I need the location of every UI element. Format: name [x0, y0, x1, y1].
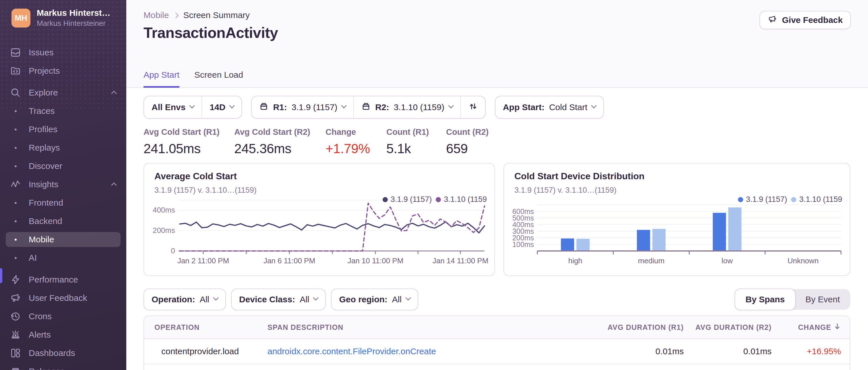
chevron-up-icon[interactable]: [111, 91, 117, 96]
env-filter-button[interactable]: All Envs: [144, 96, 202, 118]
filter-value: All: [392, 295, 402, 304]
bullet-icon: [10, 239, 21, 241]
axis-label: Jan 2 11:00 PM: [177, 257, 229, 265]
col-span-description[interactable]: SPAN DESCRIPTION: [268, 323, 580, 332]
sidebar-item-user-feedback[interactable]: User Feedback: [6, 291, 121, 305]
sidebar-section-label: Explore: [29, 88, 58, 98]
sidebar-item-releases[interactable]: Releases: [6, 364, 121, 370]
sidebar-item-mobile[interactable]: Mobile: [6, 232, 121, 247]
metric-value: 241.05ms: [144, 141, 234, 156]
chevron-down-icon: [341, 103, 347, 108]
span-filter-row: Operation: All Device Class: All Geo reg…: [144, 289, 418, 310]
sidebar-item-discover[interactable]: Discover: [6, 159, 121, 173]
sidebar-item-backend[interactable]: Backend: [6, 214, 121, 229]
avatar: MH: [11, 9, 30, 28]
geo-region-filter-button[interactable]: Geo region: All: [331, 289, 418, 310]
axis-label: 100ms: [505, 240, 534, 249]
axis-label: medium: [638, 257, 664, 265]
sidebar-item-profiles[interactable]: Profiles: [6, 122, 121, 137]
legend-item-r1: 3.1.9 (1157): [738, 195, 787, 204]
col-avg-duration-r1[interactable]: AVG DURATION (R1): [580, 323, 684, 332]
legend-dot: [738, 197, 743, 202]
operation-filter-button[interactable]: Operation: All: [144, 289, 226, 310]
chevron-down-icon: [189, 103, 195, 108]
give-feedback-label: Give Feedback: [782, 15, 843, 25]
sidebar-item-issues[interactable]: Issues: [6, 45, 121, 60]
app-start-value: Cold Start: [549, 102, 587, 112]
megaphone-icon: [10, 292, 21, 304]
sidebar-item-performance[interactable]: Performance: [6, 272, 121, 287]
col-change[interactable]: CHANGE: [772, 323, 849, 332]
sidebar-item-ai[interactable]: AI: [6, 250, 121, 265]
metric-avg-cold-start-r2: Avg Cold Start (R2) 245.36ms: [234, 127, 326, 156]
r1-value: 3.1.9 (1157): [291, 102, 338, 112]
lightning-icon: [10, 274, 21, 285]
release-r2-button[interactable]: R2: 3.1.10 (1159): [353, 96, 460, 118]
breadcrumb-current: Screen Summary: [183, 10, 250, 20]
sidebar-item-traces[interactable]: Traces: [6, 104, 121, 119]
chart-legend: 3.1.9 (1157) 3.1.10 (1159: [738, 195, 842, 204]
tab-app-start[interactable]: App Start: [144, 70, 179, 88]
swap-releases-button[interactable]: [460, 96, 485, 118]
sidebar-nav: Issues Projects Explore Traces: [0, 34, 126, 370]
release-icon: [361, 102, 371, 113]
cell-change: +16.95%: [772, 346, 849, 356]
toggle-by-event[interactable]: By Event: [795, 289, 850, 310]
sidebar-item-label: Crons: [29, 311, 52, 321]
app-start-type-button[interactable]: App Start: Cold Start: [495, 96, 603, 118]
metric-count-r2: Count (R2) 659: [446, 127, 489, 156]
tab-screen-load[interactable]: Screen Load: [194, 70, 243, 88]
breadcrumb-mobile-link[interactable]: Mobile: [144, 10, 169, 20]
sidebar-item-label: Dashboards: [29, 348, 75, 358]
page-title: TransactionActivity: [144, 24, 278, 41]
env-period-filter-group: All Envs 14D: [144, 96, 242, 119]
org-user-switcher[interactable]: MH Markus Hinterst… Markus Hintersteiner: [0, 0, 126, 34]
metric-value: 245.36ms: [234, 141, 326, 156]
chart-legend: 3.1.9 (1157) 3.1.10 (1159: [383, 195, 487, 204]
chevron-down-icon: [313, 295, 319, 301]
col-operation[interactable]: OPERATION: [144, 323, 268, 332]
sidebar-item-alerts[interactable]: Alerts: [6, 327, 121, 342]
sidebar-item-frontend[interactable]: Frontend: [6, 195, 121, 210]
sidebar-section-insights[interactable]: Insights: [6, 177, 121, 192]
app-start-prefix: App Start:: [503, 102, 545, 112]
sidebar-item-replays[interactable]: Replays: [6, 140, 121, 155]
sidebar-item-projects[interactable]: Projects: [6, 63, 121, 78]
axis-label: Unknown: [787, 257, 818, 265]
bullet-icon: [10, 220, 21, 222]
axis-label: 0: [146, 246, 175, 255]
bullet-icon: [10, 257, 21, 259]
sidebar-section-explore[interactable]: Explore: [6, 85, 121, 100]
chevron-down-icon: [229, 103, 235, 108]
device-class-filter-button[interactable]: Device Class: All: [231, 289, 326, 310]
release-r1-button[interactable]: R1: 3.1.9 (1157): [252, 96, 353, 118]
bullet-icon: [10, 147, 21, 149]
metric-value: 5.1k: [386, 141, 446, 156]
table-header: OPERATION SPAN DESCRIPTION AVG DURATION …: [144, 316, 849, 339]
table-row[interactable]: contentprovider.load androidx.core.conte…: [144, 339, 849, 364]
r1-prefix: R1:: [273, 102, 287, 112]
releases-icon: [10, 366, 21, 370]
toggle-by-spans[interactable]: By Spans: [735, 289, 796, 310]
bullet-icon: [10, 165, 21, 167]
metric-label: Count (R2): [446, 127, 489, 137]
span-description-link[interactable]: androidx.core.content.FileProvider.onCre…: [268, 346, 436, 356]
col-avg-duration-r2[interactable]: AVG DURATION (R2): [684, 323, 772, 332]
period-filter-button[interactable]: 14D: [202, 96, 241, 118]
filter-prefix: Operation:: [152, 295, 195, 304]
sidebar-item-crons[interactable]: Crons: [6, 309, 121, 324]
sidebar-item-label: Alerts: [29, 330, 51, 340]
axis-label: Jan 10 11:00 PM: [348, 257, 404, 265]
chevron-down-icon: [213, 295, 219, 301]
search-icon: [10, 87, 21, 98]
chevron-up-icon[interactable]: [111, 182, 117, 188]
sidebar-item-label: Traces: [29, 106, 55, 116]
sidebar-item-dashboards[interactable]: Dashboards: [6, 346, 121, 361]
axis-label: low: [722, 257, 733, 265]
bullet-icon: [10, 129, 21, 131]
give-feedback-button[interactable]: Give Feedback: [760, 11, 851, 29]
main-content: Mobile Screen Summary Give Feedback Tran…: [126, 0, 868, 370]
filter-row: All Envs 14D R1: 3.1.9 (1157): [144, 96, 604, 119]
metric-label: Avg Cold Start (R2): [234, 127, 326, 137]
sidebar-item-label: Discover: [29, 161, 62, 171]
